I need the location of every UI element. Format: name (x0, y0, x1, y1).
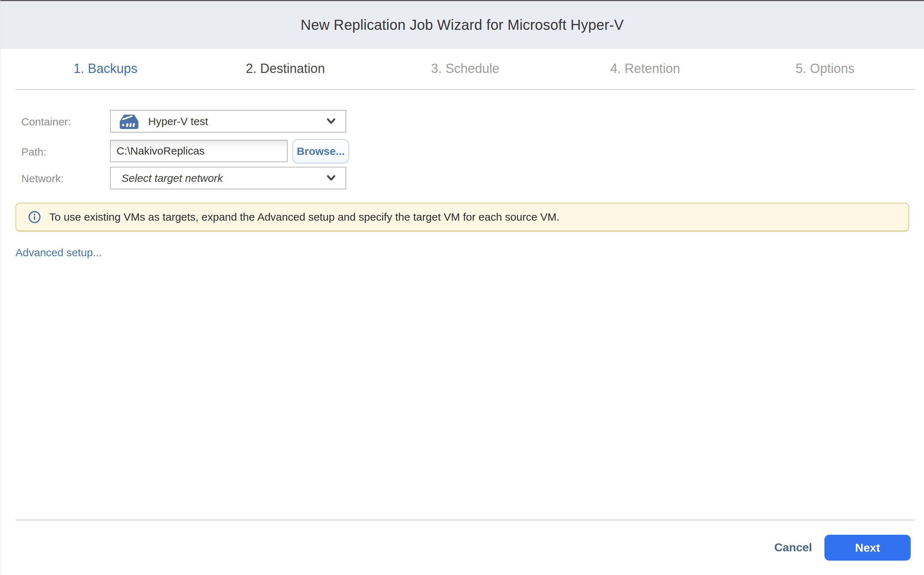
network-placeholder: Select target network (121, 172, 223, 184)
hyperv-container-icon (119, 113, 140, 130)
tab-destination[interactable]: 2. Destination (195, 49, 375, 88)
info-banner: To use existing VMs as targets, expand t… (16, 203, 909, 232)
container-value: Hyper-V test (148, 115, 208, 127)
footer-divider (16, 519, 915, 520)
info-banner-text: To use existing VMs as targets, expand t… (49, 211, 560, 223)
tab-options[interactable]: 5. Options (735, 49, 915, 88)
page-title: New Replication Job Wizard for Microsoft… (301, 17, 624, 33)
chevron-down-icon (325, 174, 337, 182)
tab-backups[interactable]: 1. Backups (16, 49, 195, 88)
steps-divider (16, 89, 915, 90)
info-icon (28, 210, 41, 224)
chevron-down-icon (325, 118, 337, 125)
tab-schedule[interactable]: 3. Schedule (375, 49, 555, 88)
path-label: Path: (21, 146, 46, 158)
wizard-window: New Replication Job Wizard for Microsoft… (0, 0, 924, 575)
container-dropdown[interactable]: Hyper-V test (110, 110, 346, 133)
wizard-header: New Replication Job Wizard for Microsoft… (0, 1, 924, 49)
container-label: Container: (21, 116, 71, 128)
wizard-steps-bar: 1. Backups 2. Destination 3. Schedule 4.… (16, 49, 915, 88)
network-label: Network: (21, 173, 64, 185)
browse-button[interactable]: Browse... (292, 139, 349, 164)
tab-retention[interactable]: 4. Retention (555, 49, 735, 88)
next-button[interactable]: Next (824, 535, 911, 561)
path-input[interactable] (110, 140, 288, 162)
advanced-setup-link[interactable]: Advanced setup... (16, 246, 102, 259)
cancel-button[interactable]: Cancel (766, 541, 820, 554)
network-dropdown[interactable]: Select target network (110, 167, 346, 189)
